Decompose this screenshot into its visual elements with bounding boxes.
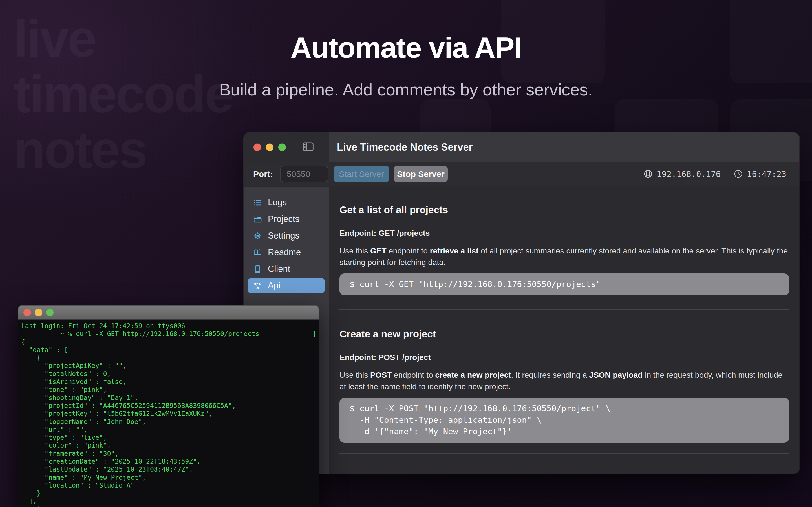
port-label: Port:	[253, 169, 273, 179]
sidebar-item-label: Settings	[268, 231, 299, 241]
port-value: 50550	[287, 169, 310, 179]
folder-icon	[253, 215, 262, 224]
page-title: Automate via API	[0, 31, 812, 64]
sidebar-item-settings[interactable]: Settings	[248, 228, 325, 244]
page-subtitle: Build a pipeline. Add comments by other …	[0, 80, 812, 100]
server-toolbar: Port: 50550 Start Server Stop Server 192…	[244, 162, 799, 186]
page: live timecode notes Automate via API Bui…	[0, 0, 812, 507]
section-description: Use this GET endpoint to retrieve a list…	[340, 245, 789, 268]
gear-icon	[253, 231, 262, 240]
sidebar-item-logs[interactable]: Logs	[248, 194, 325, 210]
start-server-button[interactable]: Start Server	[334, 166, 389, 182]
endpoint-label: Endpoint: POST /project	[340, 352, 789, 362]
terminal-output[interactable]: Last login: Fri Oct 24 17:42:59 on ttys0…	[18, 320, 319, 507]
sidebar-item-label: Readme	[268, 247, 301, 258]
section-heading: Create a new project	[340, 328, 789, 341]
close-button[interactable]	[253, 144, 261, 151]
terminal-window: Last login: Fri Oct 24 17:42:59 on ttys0…	[18, 305, 319, 507]
book-icon	[253, 248, 262, 257]
terminal-wrap-marker: ]	[312, 330, 316, 338]
network-status: 192.168.0.176 16:47:23	[644, 169, 786, 179]
titlebar: Live Timecode Notes Server	[244, 132, 799, 162]
curl-post-code-block[interactable]: $ curl -X POST "http://192.168.0.176:505…	[340, 398, 789, 443]
curl-get-code-block[interactable]: $ curl -X GET "http://192.168.0.176:5055…	[340, 274, 789, 295]
section-description: Use this POST endpoint to create a new p…	[340, 369, 789, 392]
sidebar-item-readme[interactable]: Readme	[248, 244, 325, 260]
zoom-button[interactable]	[278, 144, 286, 151]
device-icon	[253, 265, 262, 274]
port-input[interactable]: 50550	[280, 166, 328, 182]
traffic-lights	[253, 144, 286, 151]
network-icon	[253, 281, 262, 290]
window-body: Logs Projects	[244, 187, 799, 474]
sidebar-item-label: Projects	[268, 214, 299, 224]
server-app-window: Live Timecode Notes Server Port: 50550 S…	[244, 132, 799, 474]
api-docs-content: Get a list of all projects Endpoint: GET…	[329, 187, 799, 474]
minimize-button[interactable]	[35, 309, 42, 316]
titlebar-sidebar-area	[244, 132, 329, 162]
window-title: Live Timecode Notes Server	[337, 132, 473, 162]
terminal-titlebar	[18, 305, 319, 320]
server-time: 16:47:23	[747, 169, 786, 179]
server-ip: 192.168.0.176	[657, 169, 721, 179]
clock-icon	[733, 169, 743, 179]
globe-icon	[644, 169, 653, 179]
terminal-lines: Last login: Fri Oct 24 17:42:59 on ttys0…	[21, 322, 319, 507]
section-divider	[340, 309, 789, 309]
list-icon	[253, 198, 262, 207]
minimize-button[interactable]	[266, 144, 273, 151]
watermark-line: notes	[13, 122, 233, 177]
close-button[interactable]	[23, 309, 31, 316]
sidebar-item-label: Client	[268, 264, 290, 274]
sidebar-item-projects[interactable]: Projects	[248, 211, 325, 227]
sidebar-toggle-icon[interactable]	[303, 142, 314, 152]
sidebar-item-client[interactable]: Client	[248, 261, 325, 277]
zoom-button[interactable]	[46, 309, 54, 316]
section-heading: Get a list of all projects	[340, 203, 789, 216]
sidebar-item-api[interactable]: Api	[248, 278, 325, 293]
section-divider	[340, 453, 789, 454]
endpoint-label: Endpoint: GET /projects	[340, 228, 789, 238]
sidebar-item-label: Api	[268, 281, 281, 291]
sidebar-item-label: Logs	[268, 198, 287, 208]
stop-server-button[interactable]: Stop Server	[394, 166, 448, 182]
